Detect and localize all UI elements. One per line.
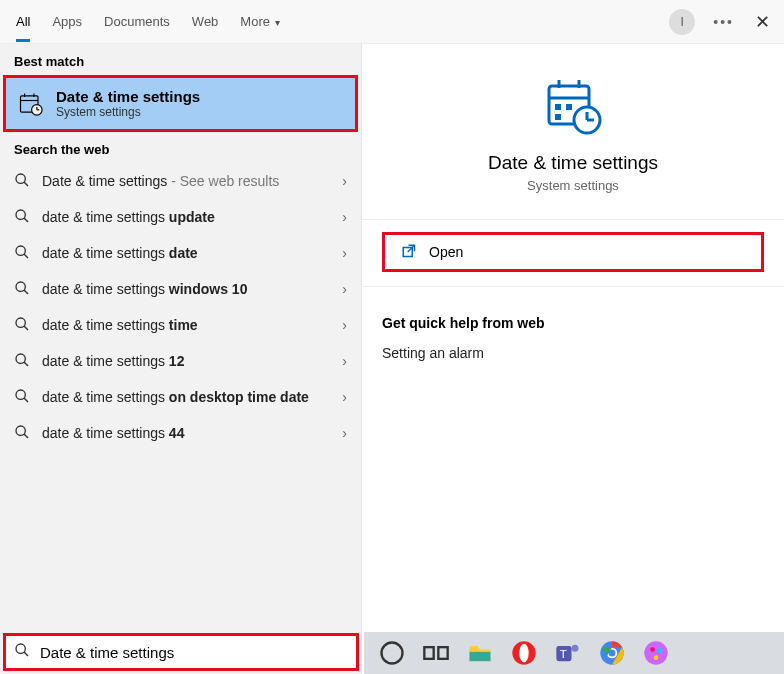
search-icon (14, 388, 32, 407)
svg-rect-37 (424, 647, 433, 659)
best-match-result[interactable]: Date & time settings System settings (3, 75, 358, 132)
web-result-text: date & time settings date (42, 244, 228, 262)
svg-line-35 (24, 652, 28, 656)
svg-line-16 (24, 326, 28, 330)
svg-point-47 (609, 650, 616, 657)
chevron-right-icon: › (342, 425, 347, 441)
svg-point-17 (16, 354, 25, 363)
open-label: Open (429, 244, 463, 260)
svg-line-10 (24, 218, 28, 222)
help-heading: Get quick help from web (382, 315, 764, 331)
svg-point-11 (16, 246, 25, 255)
detail-subtitle: System settings (382, 178, 764, 193)
top-bar: All Apps Documents Web More ▾ I ••• ✕ (0, 0, 784, 44)
detail-icon (382, 74, 764, 138)
svg-rect-29 (555, 114, 561, 120)
file-explorer-icon[interactable] (466, 639, 494, 667)
web-result-text: Date & time settings - See web results (42, 172, 309, 190)
divider (362, 219, 784, 220)
chevron-right-icon: › (342, 389, 347, 405)
divider (362, 286, 784, 287)
search-icon (14, 172, 32, 191)
results-panel: Best match Date & time settings System s… (0, 44, 362, 674)
svg-rect-39 (470, 652, 491, 661)
opera-icon[interactable] (510, 639, 538, 667)
svg-point-19 (16, 390, 25, 399)
search-icon (14, 244, 32, 263)
search-icon (14, 280, 32, 299)
web-result-text: date & time settings 44 (42, 424, 214, 442)
search-input[interactable] (40, 644, 348, 661)
tab-web[interactable]: Web (192, 2, 219, 42)
svg-point-34 (16, 644, 25, 653)
scope-tabs: All Apps Documents Web More ▾ (16, 2, 280, 42)
chevron-right-icon: › (342, 245, 347, 261)
chevron-right-icon: › (342, 317, 347, 333)
web-result-item[interactable]: date & time settings update › (0, 199, 361, 235)
svg-point-49 (650, 647, 655, 652)
web-result-text: date & time settings update (42, 208, 245, 226)
svg-point-41 (519, 644, 528, 663)
more-options-icon[interactable]: ••• (713, 14, 734, 30)
open-button[interactable]: Open (382, 232, 764, 272)
chevron-right-icon: › (342, 173, 347, 189)
search-icon (14, 642, 32, 662)
best-match-title: Date & time settings (56, 88, 200, 105)
detail-title: Date & time settings (382, 152, 764, 174)
task-view-icon[interactable] (422, 639, 450, 667)
svg-point-44 (572, 645, 579, 652)
web-result-item[interactable]: date & time settings 44 › (0, 415, 361, 451)
web-result-item[interactable]: date & time settings time › (0, 307, 361, 343)
web-result-item[interactable]: Date & time settings - See web results › (0, 163, 361, 199)
svg-point-7 (16, 174, 25, 183)
web-result-text: date & time settings windows 10 (42, 280, 277, 298)
svg-text:T: T (560, 647, 567, 660)
svg-line-14 (24, 290, 28, 294)
teams-icon[interactable]: T (554, 639, 582, 667)
chrome-icon[interactable] (598, 639, 626, 667)
search-icon (14, 316, 32, 335)
chevron-right-icon: › (342, 353, 347, 369)
svg-point-48 (644, 641, 667, 664)
svg-line-20 (24, 398, 28, 402)
chevron-right-icon: › (342, 209, 347, 225)
taskbar: T (364, 632, 784, 674)
chevron-down-icon: ▾ (272, 17, 280, 28)
web-result-text: date & time settings 12 (42, 352, 214, 370)
tab-more[interactable]: More ▾ (240, 2, 279, 42)
search-icon (14, 352, 32, 371)
svg-point-50 (657, 648, 662, 653)
search-icon (14, 424, 32, 443)
svg-point-36 (382, 643, 403, 664)
help-link-alarm[interactable]: Setting an alarm (382, 345, 764, 361)
best-match-subtitle: System settings (56, 105, 200, 119)
svg-line-18 (24, 362, 28, 366)
web-result-item[interactable]: date & time settings windows 10 › (0, 271, 361, 307)
svg-rect-27 (555, 104, 561, 110)
close-icon[interactable]: ✕ (752, 11, 772, 33)
svg-point-21 (16, 426, 25, 435)
search-icon (14, 208, 32, 227)
cortana-icon[interactable] (378, 639, 406, 667)
web-result-item[interactable]: date & time settings on desktop time dat… (0, 379, 361, 415)
web-result-text: date & time settings time (42, 316, 228, 334)
svg-line-8 (24, 182, 28, 186)
svg-point-51 (654, 655, 659, 660)
web-result-text: date & time settings on desktop time dat… (42, 388, 339, 406)
web-result-item[interactable]: date & time settings 12 › (0, 343, 361, 379)
open-icon (401, 243, 419, 261)
detail-panel: Date & time settings System settings Ope… (362, 44, 784, 674)
web-result-item[interactable]: date & time settings date › (0, 235, 361, 271)
svg-rect-28 (566, 104, 572, 110)
tab-apps[interactable]: Apps (52, 2, 82, 42)
search-box[interactable] (3, 633, 359, 671)
svg-point-15 (16, 318, 25, 327)
chevron-right-icon: › (342, 281, 347, 297)
user-avatar[interactable]: I (669, 9, 695, 35)
paint3d-icon[interactable] (642, 639, 670, 667)
tab-all[interactable]: All (16, 2, 30, 42)
tab-documents[interactable]: Documents (104, 2, 170, 42)
svg-rect-38 (438, 647, 447, 659)
web-results-list: Date & time settings - See web results ›… (0, 163, 361, 674)
svg-line-12 (24, 254, 28, 258)
